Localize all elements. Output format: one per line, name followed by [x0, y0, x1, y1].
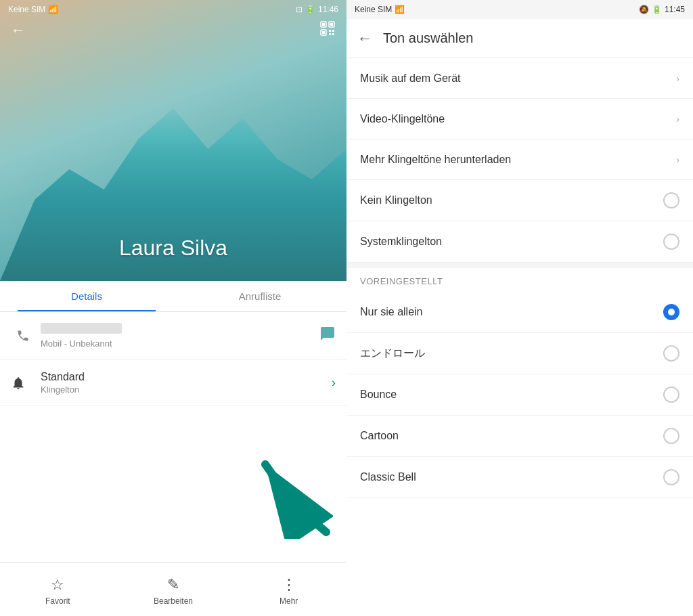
section-header-presets: VOREINGESTELLT	[346, 268, 693, 292]
phone-row: Mobil - Unbekannt	[0, 312, 346, 360]
contact-details: Mobil - Unbekannt Standard Klingelton ›	[0, 312, 346, 562]
right-header-title: Ton auswählen	[383, 30, 473, 46]
presets-section: VOREINGESTELLT Nur sie allein エンドロール Bou…	[346, 268, 693, 498]
right-status-bar: Keine SIM 📶 🔕 🔋 11:45	[346, 0, 693, 19]
radio-classic-bell[interactable]	[663, 469, 679, 485]
ringtone-sub: Klingelton	[41, 384, 332, 395]
tab-anrufliste[interactable]: Anrufliste	[173, 281, 346, 311]
menu-label-kein: Kein Klingelton	[360, 194, 663, 206]
right-battery-icon: 🔋	[652, 5, 662, 14]
menu-list: Musik auf dem Gerät › Video-Klingeltöne …	[346, 58, 693, 616]
menu-label-mehr: Mehr Klingeltöne herunterladen	[360, 154, 676, 166]
chevron-musik: ›	[676, 73, 679, 84]
right-sim-icon: 📶	[395, 5, 405, 14]
right-status-left: Keine SIM 📶	[355, 5, 405, 14]
bell-icon	[11, 376, 35, 391]
contact-name: Laura Silva	[119, 236, 227, 261]
star-icon: ☆	[51, 576, 64, 594]
left-sim-icon: 📶	[48, 5, 58, 14]
nav-bearbeiten-label: Bearbeiten	[154, 596, 193, 606]
left-status-bar: Keine SIM 📶 ⊡ 🔋 11:46	[0, 0, 346, 19]
phone-icon	[11, 329, 35, 343]
svg-rect-6	[329, 30, 331, 32]
menu-item-system[interactable]: Systemklingelton	[346, 221, 693, 263]
phone-type: Mobil - Unbekannt	[41, 338, 319, 349]
menu-label-endroll: エンドロール	[360, 347, 663, 361]
menu-item-classic-bell[interactable]: Classic Bell	[346, 457, 693, 498]
more-icon: ⋮	[282, 576, 296, 594]
message-action[interactable]	[319, 326, 336, 346]
left-battery-icon: 🔋	[305, 5, 315, 14]
chevron-video: ›	[676, 114, 679, 125]
nav-favorit-label: Favorit	[45, 596, 70, 606]
nav-bearbeiten[interactable]: ✎ Bearbeiten	[116, 568, 231, 613]
menu-label-nur-sie: Nur sie allein	[360, 306, 663, 318]
menu-label-bounce: Bounce	[360, 389, 663, 401]
menu-label-musik: Musik auf dem Gerät	[360, 72, 676, 85]
radio-cartoon[interactable]	[663, 428, 679, 444]
ringtone-row[interactable]: Standard Klingelton ›	[0, 360, 346, 406]
left-carrier: Keine SIM	[8, 5, 45, 14]
hero-area: ← Laura Silva	[0, 0, 346, 281]
right-carrier: Keine SIM	[355, 5, 392, 14]
radio-bounce[interactable]	[663, 387, 679, 403]
left-status-left: Keine SIM 📶	[8, 5, 58, 14]
left-back-button[interactable]: ←	[11, 22, 26, 39]
right-status-right: 🔕 🔋 11:45	[639, 5, 685, 14]
radio-endroll[interactable]	[663, 345, 679, 361]
radio-nur-sie[interactable]	[663, 304, 679, 320]
menu-item-musik[interactable]: Musik auf dem Gerät ›	[346, 58, 693, 99]
menu-item-endroll[interactable]: エンドロール	[346, 333, 693, 374]
bottom-nav: ☆ Favorit ✎ Bearbeiten ⋮ Mehr	[0, 562, 346, 616]
left-qr-icon: ⊡	[296, 5, 303, 14]
menu-item-mehr[interactable]: Mehr Klingeltöne herunterladen ›	[346, 139, 693, 180]
menu-label-video: Video-Klingeltöne	[360, 113, 676, 125]
svg-rect-8	[329, 33, 331, 35]
ringtone-content: Standard Klingelton	[35, 371, 332, 395]
menu-item-kein[interactable]: Kein Klingelton	[346, 180, 693, 221]
section-divider	[346, 263, 693, 268]
right-header: ← Ton auswählen	[346, 19, 693, 58]
chevron-mehr: ›	[676, 154, 679, 165]
menu-item-video[interactable]: Video-Klingeltöne ›	[346, 99, 693, 139]
svg-rect-5	[322, 31, 325, 34]
nav-mehr[interactable]: ⋮ Mehr	[231, 568, 346, 613]
ringtone-chevron[interactable]: ›	[332, 376, 336, 390]
right-bell-off-icon: 🔕	[639, 5, 649, 14]
arrow-annotation	[252, 451, 333, 542]
tab-details[interactable]: Details	[0, 281, 173, 311]
menu-label-system: Systemklingelton	[360, 236, 663, 248]
svg-rect-1	[322, 23, 325, 26]
svg-rect-3	[330, 23, 333, 26]
nav-favorit[interactable]: ☆ Favorit	[0, 568, 116, 613]
right-time: 11:45	[665, 5, 685, 14]
menu-label-classic-bell: Classic Bell	[360, 471, 663, 483]
left-status-right: ⊡ 🔋 11:46	[296, 5, 338, 14]
tabs-bar: Details Anrufliste	[0, 281, 346, 312]
svg-rect-9	[332, 33, 334, 35]
radio-kein[interactable]	[663, 192, 679, 208]
left-time: 11:46	[318, 5, 338, 14]
menu-item-nur-sie[interactable]: Nur sie allein	[346, 292, 693, 333]
phone-number	[41, 323, 122, 334]
nav-mehr-label: Mehr	[280, 596, 298, 606]
ringtone-name: Standard	[41, 371, 332, 383]
qr-button[interactable]	[319, 20, 336, 40]
menu-item-cartoon[interactable]: Cartoon	[346, 416, 693, 457]
phone-content: Mobil - Unbekannt	[35, 323, 319, 349]
menu-label-cartoon: Cartoon	[360, 430, 663, 442]
radio-system[interactable]	[663, 234, 679, 250]
left-panel: Keine SIM 📶 ⊡ 🔋 11:46 ←	[0, 0, 346, 616]
svg-rect-7	[332, 30, 334, 32]
top-section: Musik auf dem Gerät › Video-Klingeltöne …	[346, 58, 693, 263]
right-back-button[interactable]: ←	[357, 30, 372, 47]
menu-item-bounce[interactable]: Bounce	[346, 374, 693, 416]
edit-icon: ✎	[167, 576, 179, 594]
right-panel: Keine SIM 📶 🔕 🔋 11:45 ← Ton auswählen Mu…	[346, 0, 693, 616]
